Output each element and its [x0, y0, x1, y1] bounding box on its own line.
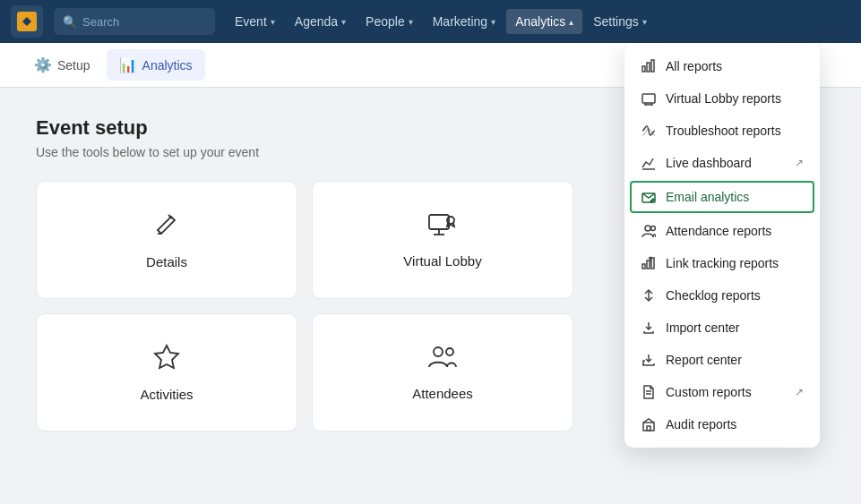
dropdown-checklog-reports[interactable]: Checklog reports — [624, 279, 820, 312]
activities-icon — [153, 343, 180, 376]
arrows-icon — [641, 287, 657, 303]
logo[interactable] — [11, 5, 43, 38]
details-icon — [153, 210, 180, 243]
chevron-down-icon: ▾ — [271, 17, 275, 27]
chart-line-icon — [641, 155, 657, 171]
report-icon — [641, 352, 657, 368]
nav-item-marketing[interactable]: Marketing ▾ — [424, 9, 504, 34]
dropdown-import-center[interactable]: Import center — [624, 312, 820, 344]
dropdown-all-reports[interactable]: All reports — [624, 50, 820, 82]
svg-rect-2 — [429, 215, 449, 229]
card-attendees-label: Attendees — [412, 386, 473, 401]
document-icon — [641, 384, 657, 400]
svg-point-7 — [434, 347, 443, 356]
bar-chart-icon — [641, 58, 657, 74]
tv-icon — [641, 90, 657, 107]
dropdown-link-tracking-reports[interactable]: Link tracking reports — [624, 247, 820, 279]
card-details[interactable]: Details — [36, 181, 297, 299]
card-activities-label: Activities — [140, 387, 193, 402]
svg-point-19 — [651, 226, 656, 231]
logo-inner — [17, 12, 37, 31]
tab-analytics[interactable]: 📊 Analytics — [107, 49, 205, 81]
email-edit-icon — [641, 189, 657, 205]
card-virtual-lobby[interactable]: Virtual Lobby — [312, 181, 573, 299]
svg-rect-12 — [642, 94, 655, 103]
svg-point-18 — [645, 226, 650, 231]
nav-item-people[interactable]: People ▾ — [357, 9, 422, 34]
svg-rect-27 — [647, 426, 650, 431]
top-navigation: 🔍 Search Event ▾ Agenda ▾ People ▾ Marke… — [0, 0, 861, 43]
heart-monitor-icon — [641, 123, 657, 139]
cards-grid: Details Virtual Lobby Acti — [36, 181, 573, 431]
card-virtual-lobby-label: Virtual Lobby — [403, 253, 481, 269]
attendance-icon — [641, 223, 657, 239]
chevron-down-icon: ▾ — [491, 17, 495, 27]
card-activities[interactable]: Activities — [36, 313, 297, 431]
dropdown-troubleshoot-reports[interactable]: Troubleshoot reports — [624, 115, 820, 147]
setup-icon: ⚙️ — [34, 56, 52, 73]
nav-item-event[interactable]: Event ▾ — [226, 9, 284, 34]
dropdown-report-center[interactable]: Report center — [624, 344, 820, 376]
nav-item-analytics[interactable]: Analytics ▴ — [506, 9, 582, 34]
dropdown-attendance-reports[interactable]: Attendance reports — [624, 215, 820, 247]
chevron-up-icon: ▴ — [569, 17, 573, 27]
building-icon — [641, 416, 657, 432]
svg-rect-21 — [647, 261, 650, 269]
svg-rect-22 — [651, 258, 654, 269]
svg-rect-20 — [642, 264, 645, 269]
external-link-icon: ↗ — [795, 386, 804, 398]
dropdown-audit-reports[interactable]: Audit reports — [624, 408, 820, 440]
chevron-down-icon: ▾ — [642, 17, 647, 27]
nav-item-settings[interactable]: Settings ▾ — [584, 9, 656, 34]
svg-rect-11 — [651, 60, 654, 72]
dropdown-email-analytics[interactable]: Email analytics — [630, 181, 814, 213]
analytics-icon: 📊 — [119, 56, 137, 73]
chevron-down-icon: ▾ — [341, 17, 346, 27]
tab-setup[interactable]: ⚙️ Setup — [22, 49, 103, 81]
analytics-dropdown: All reports Virtual Lobby reports Troubl… — [624, 43, 820, 448]
chevron-down-icon: ▾ — [409, 17, 413, 27]
svg-marker-6 — [155, 346, 178, 368]
svg-point-8 — [446, 348, 453, 355]
nav-items: Event ▾ Agenda ▾ People ▾ Marketing ▾ An… — [226, 9, 850, 34]
external-link-icon: ↗ — [795, 157, 804, 169]
search-icon: 🔍 — [63, 15, 77, 29]
attendees-icon — [427, 344, 458, 375]
link-chart-icon — [641, 255, 657, 271]
search-placeholder: Search — [82, 15, 119, 29]
dropdown-live-dashboard[interactable]: Live dashboard ↗ — [624, 147, 820, 179]
import-icon — [641, 320, 657, 336]
svg-rect-10 — [647, 63, 650, 72]
dropdown-custom-reports[interactable]: Custom reports ↗ — [624, 376, 820, 408]
card-details-label: Details — [146, 254, 187, 269]
card-attendees[interactable]: Attendees — [312, 313, 573, 431]
virtual-lobby-icon — [427, 211, 458, 243]
search-box[interactable]: 🔍 Search — [54, 8, 215, 35]
svg-rect-9 — [642, 66, 645, 72]
nav-item-agenda[interactable]: Agenda ▾ — [286, 9, 355, 34]
dropdown-virtual-lobby-reports[interactable]: Virtual Lobby reports — [624, 82, 820, 115]
